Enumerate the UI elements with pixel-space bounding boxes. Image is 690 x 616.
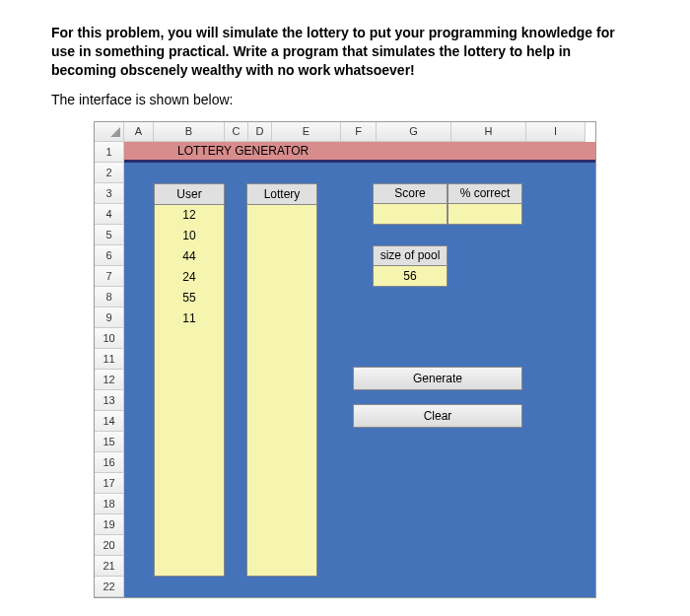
row-header-col: 1 2 3 4 5 6 7 8 9 10 11 12 13 14 15 16 1… [95, 142, 124, 597]
column-header-row: A B C D E F G H I [95, 122, 595, 142]
user-cell[interactable]: 24 [155, 267, 224, 288]
lottery-column: Lottery [246, 183, 317, 577]
row-header[interactable]: 2 [95, 163, 124, 183]
row-header[interactable]: 14 [95, 411, 124, 432]
score-value[interactable] [373, 204, 448, 225]
lottery-header: Lottery [247, 184, 316, 205]
user-cell[interactable]: 44 [155, 246, 224, 267]
row-header[interactable]: 12 [95, 370, 124, 390]
row-header[interactable]: 21 [95, 556, 124, 577]
col-header-E[interactable]: E [272, 122, 341, 142]
row-header[interactable]: 15 [95, 432, 124, 452]
spreadsheet: A B C D E F G H I 1 2 3 4 5 6 7 8 9 10 1… [94, 121, 596, 598]
row-header[interactable]: 8 [95, 287, 124, 308]
select-all-icon [110, 127, 120, 137]
score-box: Score [373, 183, 448, 225]
user-cell[interactable]: 11 [155, 308, 224, 329]
pool-size-value[interactable]: 56 [373, 266, 448, 287]
user-column: User 12 10 44 24 55 11 [154, 183, 225, 577]
percent-box: % correct [448, 183, 522, 225]
col-header-D[interactable]: D [248, 122, 272, 142]
col-header-A[interactable]: A [124, 122, 154, 142]
user-cell[interactable]: 12 [155, 205, 224, 226]
col-header-G[interactable]: G [377, 122, 451, 142]
row-header[interactable]: 17 [95, 473, 124, 494]
percent-value[interactable] [448, 204, 522, 225]
row-header[interactable]: 10 [95, 328, 124, 349]
interface-caption: The interface is shown below: [51, 92, 639, 107]
user-header: User [155, 184, 224, 205]
problem-prompt: For this problem, you will simulate the … [51, 24, 639, 80]
row-header[interactable]: 16 [95, 452, 124, 473]
row-header[interactable]: 22 [95, 577, 124, 597]
row-header[interactable]: 7 [95, 266, 124, 287]
row-header[interactable]: 19 [95, 514, 124, 535]
col-header-H[interactable]: H [451, 122, 526, 142]
select-all-corner[interactable] [95, 122, 124, 142]
sheet-canvas: LOTTERY GENERATOR User 12 10 44 24 55 11… [124, 142, 595, 597]
row-header[interactable]: 6 [95, 245, 124, 266]
row-header[interactable]: 11 [95, 349, 124, 370]
row-header[interactable]: 5 [95, 225, 124, 245]
row-header[interactable]: 13 [95, 390, 124, 411]
score-label: Score [373, 183, 448, 204]
col-header-B[interactable]: B [154, 122, 225, 142]
clear-button[interactable]: Clear [353, 404, 522, 428]
percent-label: % correct [448, 183, 522, 204]
pool-size-label: size of pool [373, 245, 448, 266]
col-header-I[interactable]: I [526, 122, 586, 142]
row-header[interactable]: 4 [95, 204, 124, 225]
generate-button[interactable]: Generate [353, 367, 522, 390]
row-header[interactable]: 3 [95, 183, 124, 204]
col-header-C[interactable]: C [225, 122, 248, 142]
user-cell[interactable]: 10 [155, 226, 224, 246]
row-header[interactable]: 9 [95, 308, 124, 328]
lottery-title: LOTTERY GENERATOR [124, 142, 595, 163]
row-header[interactable]: 20 [95, 535, 124, 556]
user-cell[interactable]: 55 [155, 288, 224, 308]
col-header-F[interactable]: F [341, 122, 377, 142]
row-header[interactable]: 18 [95, 494, 124, 514]
row-header[interactable]: 1 [95, 142, 124, 163]
